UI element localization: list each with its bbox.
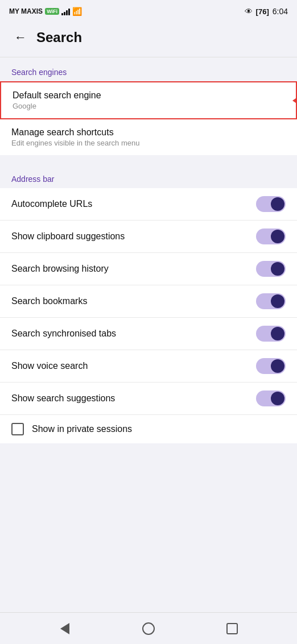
time: 6:04	[273, 7, 288, 16]
back-arrow-icon: ←	[14, 30, 27, 45]
default-search-engine-title: Default search engine	[13, 90, 284, 101]
header: ← Search	[0, 20, 297, 57]
search-bookmarks-toggle[interactable]	[256, 293, 286, 309]
search-bookmarks-title: Search bookmarks	[11, 296, 256, 306]
address-bar-label: Address bar	[0, 164, 297, 188]
browsing-history-text: Search browsing history	[11, 264, 256, 274]
sync-tabs-item[interactable]: Search synchronised tabs	[0, 318, 297, 350]
default-search-engine-text: Default search engine Google	[13, 90, 284, 110]
search-suggestions-title: Show search suggestions	[11, 393, 256, 404]
signal-icon	[61, 7, 70, 15]
browsing-history-title: Search browsing history	[11, 264, 256, 274]
back-button[interactable]: ←	[9, 26, 32, 49]
nav-home-button[interactable]	[135, 615, 162, 642]
voice-search-toggle[interactable]	[256, 358, 286, 374]
page-title: Search	[36, 30, 82, 45]
browsing-history-toggle[interactable]	[256, 261, 286, 277]
search-suggestions-item[interactable]: Show search suggestions	[0, 383, 297, 415]
autocomplete-urls-item[interactable]: Autocomplete URLs	[0, 188, 297, 221]
eye-icon: 👁	[245, 7, 253, 16]
private-sessions-item[interactable]: Show in private sessions	[0, 415, 297, 443]
nav-back-icon	[60, 623, 69, 634]
sync-tabs-toggle[interactable]	[256, 326, 286, 342]
nav-home-icon	[142, 622, 155, 635]
address-bar-list: Autocomplete URLs Show clipboard suggest…	[0, 188, 297, 443]
private-sessions-checkbox[interactable]	[11, 423, 24, 435]
manage-shortcuts-text: Manage search shortcuts Edit engines vis…	[11, 127, 286, 147]
content: Search engines Default search engine Goo…	[0, 57, 297, 443]
clipboard-suggestions-text: Show clipboard suggestions	[11, 231, 256, 242]
search-bookmarks-text: Search bookmarks	[11, 296, 256, 306]
battery-icon: [76]	[256, 7, 269, 16]
search-suggestions-toggle[interactable]	[256, 390, 286, 406]
nav-recents-icon	[226, 623, 238, 634]
page: MY MAXIS WiFi 📶 👁 [76] 6:04 ← Search	[0, 0, 297, 477]
search-engines-label: Search engines	[0, 57, 297, 81]
autocomplete-urls-title: Autocomplete URLs	[11, 199, 256, 209]
search-engines-list: Default search engine Google Manage sear…	[0, 81, 297, 155]
voice-search-title: Show voice search	[11, 361, 256, 371]
status-right: 👁 [76] 6:04	[245, 7, 288, 16]
voice-search-text: Show voice search	[11, 361, 256, 371]
autocomplete-urls-text: Autocomplete URLs	[11, 199, 256, 209]
clipboard-suggestions-item[interactable]: Show clipboard suggestions	[0, 221, 297, 253]
nav-back-button[interactable]	[51, 615, 79, 642]
voice-search-item[interactable]: Show voice search	[0, 350, 297, 383]
manage-search-shortcuts-item[interactable]: Manage search shortcuts Edit engines vis…	[0, 119, 297, 155]
status-carrier: MY MAXIS WiFi 📶	[9, 7, 82, 16]
sync-tabs-text: Search synchronised tabs	[11, 329, 256, 339]
bottom-nav	[0, 612, 297, 644]
search-suggestions-text: Show search suggestions	[11, 393, 256, 404]
default-search-engine-item[interactable]: Default search engine Google	[0, 81, 297, 119]
search-bookmarks-item[interactable]: Search bookmarks	[0, 285, 297, 318]
browsing-history-item[interactable]: Search browsing history	[0, 253, 297, 285]
default-search-engine-subtitle: Google	[13, 102, 284, 110]
section-divider-1	[0, 155, 297, 164]
wifi-icon: 📶	[72, 7, 82, 16]
manage-shortcuts-title: Manage search shortcuts	[11, 127, 286, 138]
clipboard-suggestions-toggle[interactable]	[256, 228, 286, 244]
clipboard-suggestions-title: Show clipboard suggestions	[11, 231, 256, 242]
autocomplete-urls-toggle[interactable]	[256, 196, 286, 212]
manage-shortcuts-subtitle: Edit engines visible in the search menu	[11, 139, 286, 147]
status-bar: MY MAXIS WiFi 📶 👁 [76] 6:04	[0, 0, 297, 20]
nav-recents-button[interactable]	[218, 615, 246, 642]
sync-tabs-title: Search synchronised tabs	[11, 329, 256, 339]
private-sessions-label: Show in private sessions	[32, 424, 132, 434]
wifi-badge: WiFi	[45, 8, 59, 15]
